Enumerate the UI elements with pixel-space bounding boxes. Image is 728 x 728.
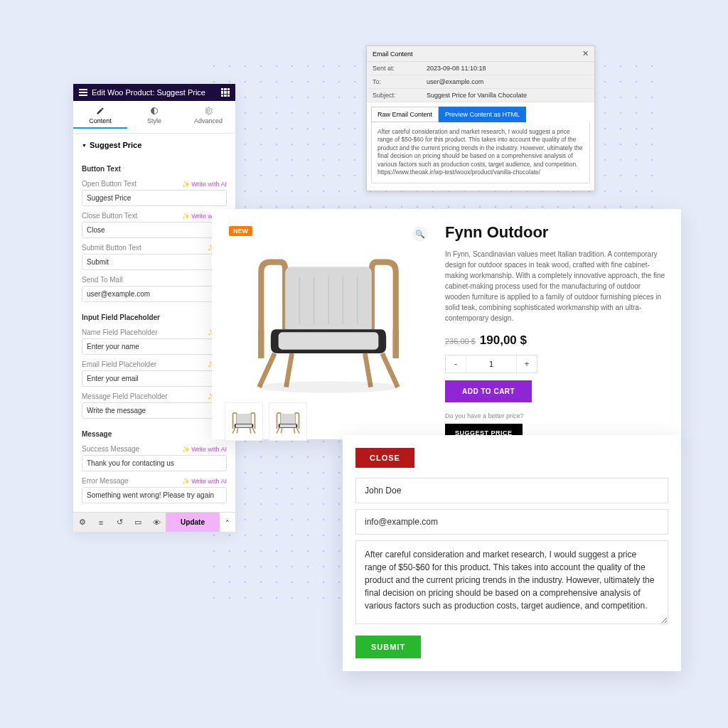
product-info: Fynn Outdoor In Fynn, Scandinavian value… (445, 209, 681, 439)
email-content-text: After careful consideration and market r… (371, 122, 590, 183)
field-label: Close Button Text (82, 212, 137, 220)
settings-icon[interactable]: ⚙ (73, 513, 92, 532)
gear-icon (204, 107, 213, 115)
responsive-icon[interactable]: ▭ (129, 513, 147, 532)
editor-footer: ⚙ ≡ ↺ ▭ 👁 Update ⌃ (73, 512, 235, 532)
editor-title: Edit Woo Product: Suggest Price (92, 88, 221, 97)
field-label: Submit Button Text (82, 244, 141, 252)
current-price: 190,00 $ (480, 333, 527, 348)
submit-button-text-input[interactable] (82, 254, 227, 270)
qty-plus-button[interactable]: + (517, 359, 537, 369)
close-icon[interactable]: ✕ (582, 49, 589, 58)
product-image-column: NEW 🔍 (212, 209, 445, 439)
navigator-icon[interactable]: ≡ (92, 513, 110, 532)
qty-value[interactable]: 1 (466, 355, 517, 373)
product-main-image[interactable] (229, 233, 428, 397)
editor-header: Edit Woo Product: Suggest Price (73, 84, 235, 101)
tab-content[interactable]: Content (73, 101, 127, 133)
email-body: Raw Email Content Preview Content as HTM… (367, 102, 594, 191)
field-label: Error Message (82, 477, 129, 485)
field-label: Send To Mail (82, 276, 123, 284)
svg-rect-9 (237, 414, 251, 424)
preview-icon[interactable]: 👁 (147, 513, 166, 532)
subject-label: Subject: (373, 92, 427, 99)
add-to-cart-button[interactable]: ADD TO CART (445, 380, 532, 402)
price-row: 236,00 $ 190,00 $ (445, 333, 667, 348)
hamburger-icon[interactable] (79, 89, 87, 96)
tab-raw-email[interactable]: Raw Email Content (371, 107, 439, 122)
chevron-up-icon[interactable]: ⌃ (220, 513, 235, 532)
message-textarea[interactable]: After careful consideration and market r… (355, 540, 668, 624)
email-modal-header: Email Content ✕ (367, 46, 594, 62)
success-message-input[interactable] (82, 455, 227, 471)
widgets-grid-icon[interactable] (221, 88, 230, 97)
tab-advanced[interactable]: Advanced (181, 101, 235, 133)
field-label: Name Field Placeholder (82, 328, 158, 336)
field-success-message: Success Message ✨ Write with AI (73, 442, 235, 474)
email-subject-row: Subject: Suggest Price for Vanilla Choco… (367, 89, 594, 102)
svg-rect-10 (236, 424, 252, 427)
email-input[interactable] (355, 509, 668, 535)
error-message-input[interactable] (82, 487, 227, 503)
svg-rect-12 (280, 424, 296, 427)
thumbnail-1[interactable] (225, 402, 263, 441)
group-message: Message (82, 430, 227, 438)
email-sent-at-row: Sent at: 2023-09-08 11:10:18 (367, 62, 594, 75)
svg-rect-11 (281, 414, 295, 424)
chair-illustration (229, 233, 428, 397)
open-button-text-input[interactable] (82, 190, 227, 206)
suggest-price-form: CLOSE After careful consideration and ma… (343, 435, 681, 671)
sent-at-label: Sent at: (373, 65, 427, 72)
field-submit-button-text: Submit Button Text ✨ Wri (73, 241, 235, 273)
product-card: NEW 🔍 (212, 209, 681, 439)
message-placeholder-input[interactable] (82, 402, 227, 419)
field-send-to-mail: Send To Mail (73, 273, 235, 305)
close-button[interactable]: CLOSE (355, 448, 414, 468)
field-message-placeholder: Message Field Placeholder ✨ Wri (73, 390, 235, 422)
name-input[interactable] (355, 478, 668, 503)
section-title[interactable]: Suggest Price (82, 141, 227, 149)
field-label: Open Button Text (82, 180, 136, 188)
email-to-row: To: user@example.com (367, 75, 594, 89)
group-input-placeholder: Input Field Placeholder (82, 314, 227, 321)
write-with-ai-link[interactable]: ✨ Write with AI (182, 478, 227, 485)
svg-rect-7 (279, 332, 379, 349)
better-price-prompt: Do you have a better price? (445, 412, 667, 419)
section-suggest-price: Suggest Price (73, 134, 235, 156)
field-error-message: Error Message ✨ Write with AI (73, 474, 235, 506)
group-button-text: Button Text (82, 165, 227, 173)
elementor-editor-panel: Edit Woo Product: Suggest Price Content … (73, 84, 235, 532)
qty-minus-button[interactable]: - (446, 359, 466, 369)
email-placeholder-input[interactable] (82, 370, 227, 387)
pencil-icon (96, 107, 105, 115)
email-tabs: Raw Email Content Preview Content as HTM… (371, 107, 590, 122)
product-description: In Fynn, Scandinavian values meet Italia… (445, 249, 667, 323)
thumbnail-2[interactable] (269, 402, 307, 441)
name-placeholder-input[interactable] (82, 338, 227, 355)
svg-point-8 (257, 381, 401, 392)
subject-value: Suggest Price for Vanilla Chocolate (427, 92, 527, 99)
sent-at-value: 2023-09-08 11:10:18 (427, 65, 486, 72)
droplet-icon (150, 107, 159, 115)
to-value: user@example.com (427, 78, 483, 85)
field-open-button-text: Open Button Text ✨ Write with AI (73, 177, 235, 209)
field-label: Message Field Placeholder (82, 392, 168, 400)
field-name-placeholder: Name Field Placeholder ✨ Wri (73, 326, 235, 358)
update-button[interactable]: Update (166, 513, 220, 532)
product-title: Fynn Outdoor (445, 223, 667, 242)
write-with-ai-link[interactable]: ✨ Write with AI (182, 446, 227, 453)
submit-button[interactable]: SUBMIT (355, 636, 421, 658)
email-content-modal: Email Content ✕ Sent at: 2023-09-08 11:1… (366, 46, 595, 191)
history-icon[interactable]: ↺ (110, 513, 129, 532)
tab-style[interactable]: Style (127, 101, 181, 133)
close-button-text-input[interactable] (82, 222, 227, 238)
tab-preview-html[interactable]: Preview Content as HTML (439, 107, 526, 122)
old-price: 236,00 $ (445, 337, 476, 346)
write-with-ai-link[interactable]: ✨ Write with AI (182, 181, 227, 188)
editor-tabs: Content Style Advanced (73, 101, 235, 134)
field-email-placeholder: Email Field Placeholder ✨ Wri (73, 358, 235, 390)
send-to-mail-input[interactable] (82, 286, 227, 302)
field-label: Email Field Placeholder (82, 360, 156, 368)
email-modal-title: Email Content (373, 50, 413, 58)
quantity-stepper: - 1 + (445, 355, 537, 373)
